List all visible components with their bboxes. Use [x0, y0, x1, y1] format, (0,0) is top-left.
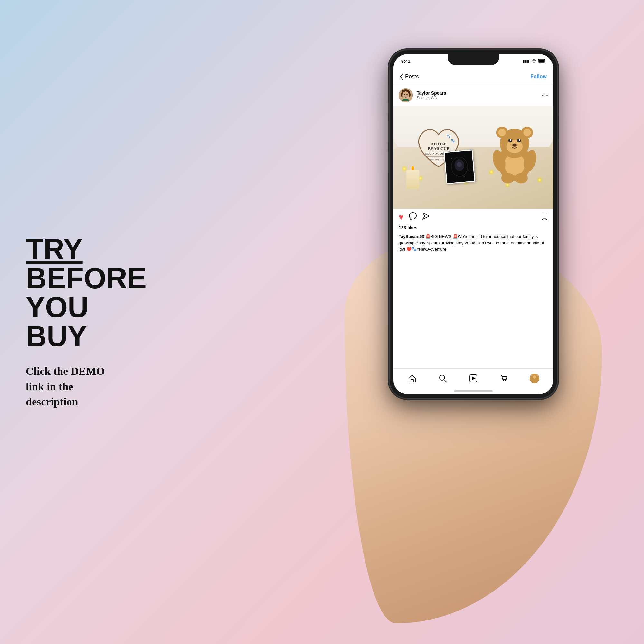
svg-point-25 [508, 139, 512, 142]
profile-tab[interactable] [527, 371, 542, 385]
svg-rect-2 [539, 60, 544, 62]
svg-point-32 [501, 173, 515, 183]
reels-tab[interactable] [466, 371, 480, 385]
teddy-bear-image [489, 118, 540, 183]
svg-marker-46 [472, 377, 476, 380]
home-tab[interactable] [405, 371, 419, 385]
post-image: 🐾 🐾 A LITTLE BEAR CUB IS JOINING OUR DEN… [393, 106, 553, 209]
bookmark-button[interactable] [541, 212, 548, 223]
svg-point-7 [403, 91, 409, 99]
home-indicator [393, 388, 553, 394]
svg-point-21 [498, 129, 506, 136]
svg-point-9 [406, 94, 408, 95]
svg-point-28 [519, 139, 520, 141]
search-tab[interactable] [436, 371, 450, 385]
bottom-navigation [393, 368, 553, 388]
avatar[interactable] [399, 88, 413, 102]
likes-count: 123 likes [393, 224, 553, 232]
ultrasound-photo [444, 149, 475, 184]
headline-before: BEFORE [26, 264, 148, 293]
battery-icon [538, 59, 545, 64]
svg-point-29 [512, 144, 517, 147]
phone-notch [448, 54, 499, 65]
headline-youbuy: YOU BUY [26, 293, 148, 351]
fairy-light [403, 167, 406, 170]
posts-label: Posts [405, 73, 419, 80]
wifi-icon [531, 59, 536, 64]
home-indicator-bar [454, 390, 493, 392]
headline: TRY BEFORE YOU BUY [26, 235, 148, 351]
svg-point-27 [510, 139, 512, 141]
instagram-app: 9:41 ▮▮▮ [393, 54, 553, 394]
svg-point-47 [503, 380, 504, 381]
shop-tab[interactable] [497, 371, 511, 385]
volume-up-button [388, 121, 390, 144]
svg-point-48 [505, 380, 506, 381]
silent-button [388, 102, 390, 115]
share-button[interactable] [422, 212, 431, 223]
post-actions: ♥ [393, 209, 553, 224]
post-header: Taylor Spears Seattle, WA ⋯ [393, 85, 553, 106]
svg-line-44 [444, 380, 446, 382]
demo-description: Click the DEMO link in the description [26, 364, 148, 410]
svg-point-26 [517, 139, 521, 142]
signal-icon: ▮▮▮ [523, 59, 529, 63]
svg-point-50 [533, 375, 536, 379]
phone-screen: 9:41 ▮▮▮ [393, 54, 553, 394]
caption-username[interactable]: TaySpears93 [399, 234, 424, 239]
profile-avatar [530, 374, 539, 383]
candle [406, 170, 419, 189]
volume-down-button [388, 150, 390, 173]
fairy-light [419, 177, 422, 180]
actions-left: ♥ [399, 212, 431, 223]
svg-point-33 [515, 173, 528, 183]
phone-mockup: 9:41 ▮▮▮ [319, 44, 628, 623]
more-options-button[interactable]: ⋯ [542, 91, 548, 99]
svg-rect-1 [545, 60, 545, 62]
status-time: 9:41 [401, 59, 410, 64]
svg-text:BEAR CUB: BEAR CUB [428, 146, 450, 151]
user-info: Taylor Spears Seattle, WA [417, 90, 538, 100]
svg-text:🐾: 🐾 [451, 138, 455, 143]
post-location: Seattle, WA [417, 96, 538, 100]
power-button [557, 115, 558, 140]
navigation-bar: Posts Follow [393, 68, 553, 85]
left-panel: TRY BEFORE YOU BUY Click the DEMO link i… [26, 235, 148, 410]
comment-button[interactable] [409, 212, 417, 223]
headline-try: TRY [26, 235, 148, 264]
post-username: Taylor Spears [417, 90, 538, 96]
post-caption: TaySpears93 🚨BIG NEWS!🚨We're thrilled to… [393, 232, 553, 255]
svg-text:🐾: 🐾 [447, 134, 451, 138]
candle-flame [412, 166, 414, 170]
heart-button[interactable]: ♥ [399, 212, 403, 222]
svg-text:A LITTLE: A LITTLE [431, 142, 446, 146]
svg-point-8 [404, 94, 405, 95]
follow-button[interactable]: Follow [530, 74, 547, 80]
status-icons: ▮▮▮ [523, 59, 545, 64]
svg-point-23 [523, 129, 531, 136]
phone-frame: 9:41 ▮▮▮ [390, 50, 557, 398]
back-button[interactable]: Posts [400, 73, 419, 80]
